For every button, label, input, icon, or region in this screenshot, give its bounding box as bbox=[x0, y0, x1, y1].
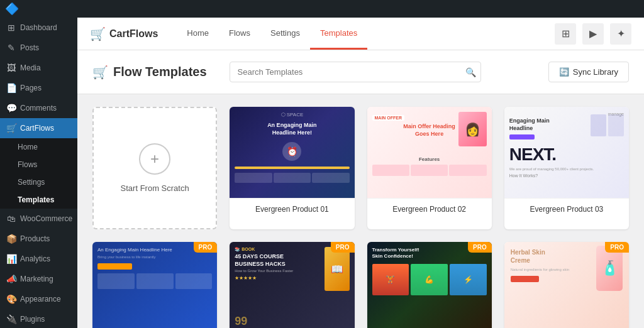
page-title: Flow Templates bbox=[113, 65, 207, 79]
sidebar-item-cartflows[interactable]: 🛒 CartFlows bbox=[0, 118, 77, 138]
admin-bar: 🔷 bbox=[0, 0, 644, 18]
submenu-label: Templates bbox=[18, 195, 54, 204]
brand-name: CartFlows bbox=[109, 28, 158, 40]
sidebar-item-label: Dashboard bbox=[20, 23, 57, 32]
sync-icon: 🔄 bbox=[559, 67, 569, 77]
page-title-icon: 🛒 bbox=[92, 65, 108, 80]
sidebar-item-products[interactable]: 📦 Products bbox=[0, 229, 77, 249]
marketing-icon: 📣 bbox=[6, 274, 16, 284]
template-card[interactable]: PRO Herbal SkinCreme Natural ingredients… bbox=[504, 242, 629, 328]
pro-badge: PRO bbox=[605, 242, 629, 253]
products-icon: 📦 bbox=[6, 234, 16, 244]
sidebar-item-label: Pages bbox=[20, 84, 42, 92]
cartflows-icon: 🛒 bbox=[6, 123, 16, 133]
nav-tabs: Home Flows Settings Templates bbox=[177, 18, 367, 49]
plugins-icon: 🔌 bbox=[6, 314, 16, 324]
sidebar-item-label: Posts bbox=[20, 43, 39, 52]
tab-settings[interactable]: Settings bbox=[260, 18, 310, 50]
template-thumbnail: Herbal SkinCreme Natural ingredients for… bbox=[504, 242, 629, 328]
template-name: Evergreen Product 01 bbox=[230, 198, 354, 220]
search-button[interactable]: 🔍 bbox=[465, 67, 476, 77]
sidebar-item-dashboard[interactable]: ⊞ Dashboard bbox=[0, 18, 77, 38]
page-header: 🛒 Flow Templates 🔍 🔄 Sync Library bbox=[77, 50, 644, 94]
sidebar-item-label: Appearance bbox=[20, 295, 61, 303]
sidebar-item-plugins[interactable]: 🔌 Plugins bbox=[0, 309, 77, 328]
template-thumbnail: 📚 BOOK 45 DAYS COURSEBUSINESS HACKS How … bbox=[230, 242, 354, 328]
tab-home[interactable]: Home bbox=[177, 18, 219, 50]
top-nav: 🛒 CartFlows Home Flows Settings Template… bbox=[77, 18, 644, 50]
template-thumbnail: Transform Yourself!Skin Confidence! 🏋 💪 … bbox=[367, 242, 492, 328]
media-icon: 🖼 bbox=[6, 63, 16, 73]
sidebar-item-label: Marketing bbox=[20, 275, 53, 283]
plus-symbol: + bbox=[150, 150, 159, 168]
submenu-label: Flows bbox=[18, 160, 37, 169]
brand-icon: 🛒 bbox=[90, 26, 106, 41]
search-box: 🔍 bbox=[230, 62, 481, 82]
comments-icon: 💬 bbox=[6, 103, 16, 113]
sidebar-item-label: CartFlows bbox=[20, 124, 54, 133]
pro-badge: PRO bbox=[194, 242, 218, 253]
sidebar-item-appearance[interactable]: 🎨 Appearance bbox=[0, 289, 77, 309]
scratch-plus-icon: + bbox=[139, 143, 170, 175]
scratch-label: Start From Scratch bbox=[121, 183, 189, 193]
grid-view-button[interactable]: ⊞ bbox=[555, 23, 576, 45]
sidebar-item-label: Plugins bbox=[20, 315, 45, 324]
submenu-item-home[interactable]: Home bbox=[0, 138, 77, 156]
sidebar-item-pages[interactable]: 📄 Pages bbox=[0, 78, 77, 98]
tab-templates[interactable]: Templates bbox=[310, 18, 367, 50]
video-button[interactable]: ▶ bbox=[582, 23, 604, 45]
template-card[interactable]: PRO An Engaging Main Headline Here Bring… bbox=[92, 242, 217, 328]
woocommerce-icon: 🛍 bbox=[6, 214, 16, 224]
search-input[interactable] bbox=[230, 62, 481, 82]
pro-badge: PRO bbox=[331, 242, 355, 253]
template-name: Evergreen Product 03 bbox=[504, 198, 629, 220]
cartflows-submenu: Home Flows Settings Templates bbox=[0, 138, 77, 209]
sync-button-label: Sync Library bbox=[573, 67, 618, 77]
nav-icons: ⊞ ▶ ✦ bbox=[555, 23, 631, 45]
sidebar-item-woocommerce[interactable]: 🛍 WooCommerce bbox=[0, 209, 77, 229]
submenu-label: Home bbox=[18, 143, 38, 151]
sidebar-item-marketing[interactable]: 📣 Marketing bbox=[0, 269, 77, 289]
globe-button[interactable]: ✦ bbox=[610, 23, 631, 45]
template-card[interactable]: MAIN OFFER Main Offer HeadingGoes Here 👩… bbox=[367, 107, 492, 229]
dashboard-icon: ⊞ bbox=[6, 23, 16, 33]
wp-logo: 🔷 bbox=[5, 2, 19, 16]
scratch-card[interactable]: + Start From Scratch bbox=[92, 107, 217, 229]
submenu-item-settings[interactable]: Settings bbox=[0, 173, 77, 191]
tab-flows[interactable]: Flows bbox=[219, 18, 260, 50]
brand: 🛒 CartFlows bbox=[90, 26, 158, 41]
sync-library-button[interactable]: 🔄 Sync Library bbox=[548, 62, 629, 82]
main-content: 🛒 CartFlows Home Flows Settings Template… bbox=[77, 0, 644, 328]
template-card[interactable]: PRO 📚 BOOK 45 DAYS COURSEBUSINESS HACKS … bbox=[230, 242, 354, 328]
page-title-area: 🛒 Flow Templates bbox=[92, 65, 207, 80]
sidebar-item-comments[interactable]: 💬 Comments bbox=[0, 98, 77, 118]
pro-badge: PRO bbox=[468, 242, 492, 253]
appearance-icon: 🎨 bbox=[6, 294, 16, 304]
template-thumbnail: ⬡ SPACE An Engaging MainHeadline Here! ⏰ bbox=[230, 107, 354, 198]
templates-area: + Start From Scratch ⬡ SPACE An Engaging… bbox=[77, 94, 644, 328]
templates-grid: + Start From Scratch ⬡ SPACE An Engaging… bbox=[92, 107, 629, 328]
template-card[interactable]: ⬡ SPACE An Engaging MainHeadline Here! ⏰ bbox=[230, 107, 354, 229]
pages-icon: 📄 bbox=[6, 83, 16, 93]
sidebar: ⊞ Dashboard ✎ Posts 🖼 Media 📄 Pages 💬 Co… bbox=[0, 0, 77, 328]
template-name: Evergreen Product 02 bbox=[367, 198, 492, 220]
posts-icon: ✎ bbox=[6, 43, 16, 53]
sidebar-item-label: Media bbox=[20, 63, 41, 72]
sidebar-item-label: Products bbox=[20, 234, 50, 243]
template-card[interactable]: manage Engaging MainHeadline NEXT. We ar… bbox=[504, 107, 629, 229]
sidebar-item-analytics[interactable]: 📊 Analytics bbox=[0, 249, 77, 269]
template-thumbnail: MAIN OFFER Main Offer HeadingGoes Here 👩… bbox=[367, 107, 492, 198]
template-thumbnail: manage Engaging MainHeadline NEXT. We ar… bbox=[504, 107, 629, 198]
analytics-icon: 📊 bbox=[6, 254, 16, 264]
sidebar-item-label: WooCommerce bbox=[20, 214, 72, 223]
sidebar-item-label: Analytics bbox=[20, 254, 50, 263]
submenu-item-flows[interactable]: Flows bbox=[0, 156, 77, 173]
sidebar-item-posts[interactable]: ✎ Posts bbox=[0, 38, 77, 58]
sidebar-item-label: Comments bbox=[20, 104, 57, 112]
template-thumbnail: An Engaging Main Headline Here Bring you… bbox=[92, 242, 217, 328]
submenu-item-templates[interactable]: Templates bbox=[0, 191, 77, 209]
template-card[interactable]: PRO Transform Yourself!Skin Confidence! … bbox=[367, 242, 492, 328]
sidebar-item-media[interactable]: 🖼 Media bbox=[0, 58, 77, 78]
submenu-label: Settings bbox=[18, 178, 45, 187]
